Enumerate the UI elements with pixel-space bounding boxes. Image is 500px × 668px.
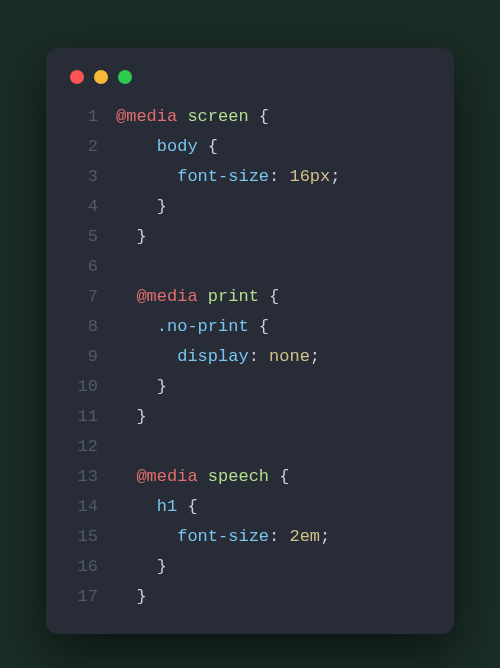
- code-window: 1@media screen {2 body {3 font-size: 16p…: [46, 48, 454, 634]
- token-val: 2em: [289, 527, 320, 546]
- stage: 1@media screen {2 body {3 font-size: 16p…: [0, 0, 500, 668]
- line-content[interactable]: @media screen {: [116, 102, 432, 132]
- line-content[interactable]: .no-print {: [116, 312, 432, 342]
- token-brace: }: [157, 557, 167, 576]
- line-number: 5: [64, 222, 116, 252]
- token-brace: }: [136, 587, 146, 606]
- line-number: 4: [64, 192, 116, 222]
- line-number: 12: [64, 432, 116, 462]
- close-icon[interactable]: [70, 70, 84, 84]
- indent: [116, 347, 177, 366]
- indent: [116, 467, 136, 486]
- line-content[interactable]: }: [116, 552, 432, 582]
- token-brace: }: [157, 197, 167, 216]
- window-controls: [64, 68, 432, 102]
- line-content[interactable]: }: [116, 372, 432, 402]
- code-line[interactable]: 16 }: [64, 552, 432, 582]
- code-line[interactable]: 15 font-size: 2em;: [64, 522, 432, 552]
- indent: [116, 197, 157, 216]
- code-line[interactable]: 9 display: none;: [64, 342, 432, 372]
- line-number: 13: [64, 462, 116, 492]
- zoom-icon[interactable]: [118, 70, 132, 84]
- code-line[interactable]: 8 .no-print {: [64, 312, 432, 342]
- minimize-icon[interactable]: [94, 70, 108, 84]
- indent: [116, 527, 177, 546]
- indent: [116, 557, 157, 576]
- line-content[interactable]: }: [116, 192, 432, 222]
- token-kw: screen: [187, 107, 248, 126]
- token-val: none: [269, 347, 310, 366]
- code-line[interactable]: 11 }: [64, 402, 432, 432]
- line-number: 17: [64, 582, 116, 612]
- token-brace: {: [249, 317, 269, 336]
- line-number: 10: [64, 372, 116, 402]
- code-line[interactable]: 3 font-size: 16px;: [64, 162, 432, 192]
- code-line[interactable]: 7 @media print {: [64, 282, 432, 312]
- code-line[interactable]: 17 }: [64, 582, 432, 612]
- line-number: 7: [64, 282, 116, 312]
- token-brace: :: [249, 347, 269, 366]
- line-number: 9: [64, 342, 116, 372]
- line-content[interactable]: h1 {: [116, 492, 432, 522]
- token-brace: :: [269, 527, 289, 546]
- code-line[interactable]: 13 @media speech {: [64, 462, 432, 492]
- line-number: 15: [64, 522, 116, 552]
- token-brace: {: [249, 107, 269, 126]
- code-line[interactable]: 2 body {: [64, 132, 432, 162]
- line-number: 6: [64, 252, 116, 282]
- token-sel: body: [157, 137, 198, 156]
- token-val: 16px: [289, 167, 330, 186]
- token-kw: print: [208, 287, 259, 306]
- code-line[interactable]: 14 h1 {: [64, 492, 432, 522]
- token-brace: }: [136, 407, 146, 426]
- line-number: 8: [64, 312, 116, 342]
- indent: [116, 287, 136, 306]
- token-brace: ;: [310, 347, 320, 366]
- line-number: 11: [64, 402, 116, 432]
- token-brace: }: [157, 377, 167, 396]
- token-kw: speech: [208, 467, 269, 486]
- token-brace: :: [269, 167, 289, 186]
- indent: [116, 497, 157, 516]
- token-at: @media: [116, 107, 177, 126]
- indent: [116, 137, 157, 156]
- code-editor[interactable]: 1@media screen {2 body {3 font-size: 16p…: [64, 102, 432, 612]
- line-content[interactable]: }: [116, 222, 432, 252]
- token-prop: display: [177, 347, 248, 366]
- indent: [116, 227, 136, 246]
- line-content[interactable]: @media print {: [116, 282, 432, 312]
- line-content[interactable]: font-size: 16px;: [116, 162, 432, 192]
- line-content[interactable]: }: [116, 582, 432, 612]
- indent: [116, 317, 157, 336]
- line-content[interactable]: }: [116, 402, 432, 432]
- token-prop: font-size: [177, 527, 269, 546]
- line-number: 14: [64, 492, 116, 522]
- code-line[interactable]: 12: [64, 432, 432, 462]
- code-line[interactable]: 4 }: [64, 192, 432, 222]
- token-brace: {: [198, 137, 218, 156]
- token-sp: [198, 287, 208, 306]
- indent: [116, 167, 177, 186]
- token-at: @media: [136, 467, 197, 486]
- code-line[interactable]: 5 }: [64, 222, 432, 252]
- token-brace: }: [136, 227, 146, 246]
- line-content[interactable]: @media speech {: [116, 462, 432, 492]
- line-number: 1: [64, 102, 116, 132]
- line-content[interactable]: font-size: 2em;: [116, 522, 432, 552]
- token-at: @media: [136, 287, 197, 306]
- token-brace: {: [269, 467, 289, 486]
- line-content[interactable]: display: none;: [116, 342, 432, 372]
- code-line[interactable]: 10 }: [64, 372, 432, 402]
- token-prop: font-size: [177, 167, 269, 186]
- token-brace: ;: [320, 527, 330, 546]
- indent: [116, 377, 157, 396]
- line-number: 16: [64, 552, 116, 582]
- code-line[interactable]: 6: [64, 252, 432, 282]
- indent: [116, 587, 136, 606]
- token-sp: [177, 107, 187, 126]
- line-content[interactable]: body {: [116, 132, 432, 162]
- token-sel: h1: [157, 497, 177, 516]
- token-brace: {: [177, 497, 197, 516]
- line-number: 2: [64, 132, 116, 162]
- code-line[interactable]: 1@media screen {: [64, 102, 432, 132]
